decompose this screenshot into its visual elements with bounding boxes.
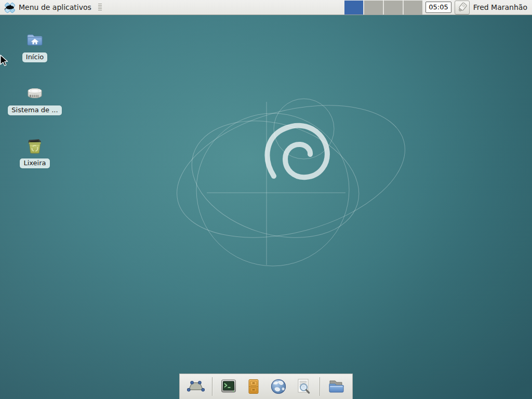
session-menu-icon [457,3,467,12]
desktop-icon-filesystem[interactable]: Sistema de ... [4,84,65,115]
desktop-icon-label: Sistema de ... [8,105,61,115]
file-cabinet-launcher[interactable] [244,377,263,396]
show-desktop-icon [187,377,205,396]
applications-menu-label: Menu de aplicativos [19,3,91,11]
filesystem-drive-icon [25,84,44,102]
desktop-wallpaper [0,0,532,399]
desktop-icon-trash[interactable]: Lixeira [4,137,65,168]
show-desktop-button[interactable] [186,377,206,396]
workspace-2[interactable] [364,1,383,15]
web-browser-launcher[interactable] [269,377,288,396]
desktop-icon-home[interactable]: Início [4,31,65,62]
file-manager-folder-icon [327,377,345,396]
bottom-dock-panel [179,374,353,399]
applications-menu-button[interactable]: Menu de aplicativos [3,1,93,14]
trash-icon [25,137,44,155]
logged-in-username: Fred Maranhão [473,3,527,11]
document-search-icon [294,377,313,396]
dock-separator [212,377,212,396]
debian-swirl [268,126,327,177]
dock-separator [320,377,320,396]
home-folder-icon [25,31,44,49]
terminal-icon [219,377,238,396]
web-browser-globe-icon [269,377,288,396]
top-panel: Menu de aplicativos 05:05 Fred Maranhão [0,0,532,15]
file-cabinet-icon [244,377,263,396]
xfce-logo-icon [4,2,16,13]
workspace-switcher [344,1,422,15]
desktop-icon-label: Lixeira [20,158,49,168]
workspace-4[interactable] [404,1,422,15]
session-menu-button[interactable] [455,1,470,15]
file-manager-launcher[interactable] [326,377,346,396]
terminal-launcher[interactable] [219,377,238,396]
file-search-launcher[interactable] [294,377,313,396]
desktop-icon-label: Início [22,52,47,62]
clock[interactable]: 05:05 [425,2,451,13]
workspace-1[interactable] [344,1,363,15]
workspace-3[interactable] [384,1,403,15]
wallpaper-lines-art [0,0,532,399]
panel-drag-handle[interactable] [98,4,102,11]
